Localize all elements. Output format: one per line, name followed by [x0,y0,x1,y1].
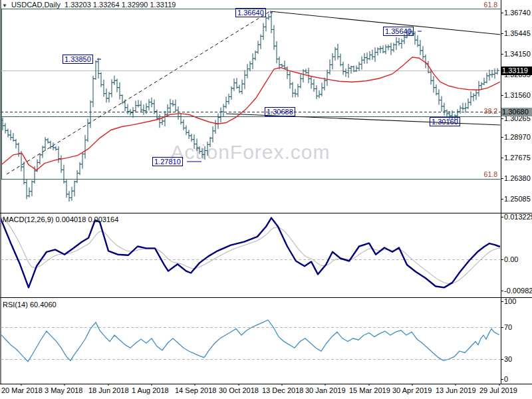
rsi-axis-tick: 100 [504,298,516,305]
date-axis-label: 20 Mar 2018 [1,386,43,394]
price-axis-tick: 1.34150 [504,51,531,58]
date-axis-label: 1 Aug 2018 [132,386,169,394]
date-axis-label: 30 Apr 2019 [392,386,432,394]
macd-axis-tick: 0.013229 [504,213,532,221]
fib-ratio-label: 38.2 [466,107,497,115]
chart-title: ▼USDCAD,Daily 1.33203 1.33264 1.32990 1.… [2,1,176,9]
price-level-label: 1.35640 [383,27,414,36]
macd-axis-tick: -0.00982 [504,287,532,295]
date-axis-label: 18 Jun 2018 [88,386,129,394]
price-level-label: 1.30160 [430,117,460,126]
level-price-badge: 1.30680 [501,108,532,116]
ohlc-quotes: 1.33203 1.33264 1.32990 1.33119 [65,1,176,9]
fib-ratio-label: 61.8 [466,1,497,9]
rsi-axis-tick: 30 [504,356,512,363]
price-axis-tick: 1.35445 [504,30,531,37]
date-axis-label: 14 Sep 2018 [175,386,216,394]
rsi-indicator-label: RSI(14) 60.4060 [3,301,57,309]
chevron-down-icon[interactable]: ▼ [2,3,7,9]
current-price-badge: 1.33119 [501,66,532,75]
date-axis-label: 30 Jan 2019 [305,386,346,394]
rsi-axis-tick: 70 [504,324,512,331]
price-level-label: 1.36640 [235,8,266,17]
price-level-label: 1.30688 [265,107,295,116]
chart-window: ActionForex.com ▼USDCAD,Daily 1.33203 1.… [0,0,532,399]
macd-axis-tick: 0.00 [504,256,518,263]
price-axis-tick: 1.28970 [504,134,531,141]
date-axis-label: 15 Mar 2019 [349,386,390,394]
date-axis-label: 13 Dec 2018 [262,386,303,394]
date-axis-label: 3 May 2018 [45,386,82,394]
price-level-label: 1.33850 [63,55,93,64]
price-level-label: 1.27810 [152,157,183,166]
fib-ratio-label: 61.8 [466,170,497,178]
price-axis-tick: 1.26380 [504,175,531,182]
rsi-axis-tick: 0 [504,376,508,383]
symbol-timeframe: USDCAD,Daily [11,1,61,9]
macd-indicator-label: MACD(12,26,9) 0.004018 0.003164 [3,215,118,223]
price-axis-tick: 1.25085 [504,196,531,203]
price-axis-tick: 1.27675 [504,154,531,162]
date-axis-label: 13 Jun 2019 [436,386,476,394]
price-axis-tick: 1.36740 [504,9,531,17]
price-axis-tick: 1.31560 [504,92,531,99]
date-axis-label: 30 Oct 2018 [219,386,259,394]
date-axis-label: 29 Jul 2019 [479,386,517,394]
